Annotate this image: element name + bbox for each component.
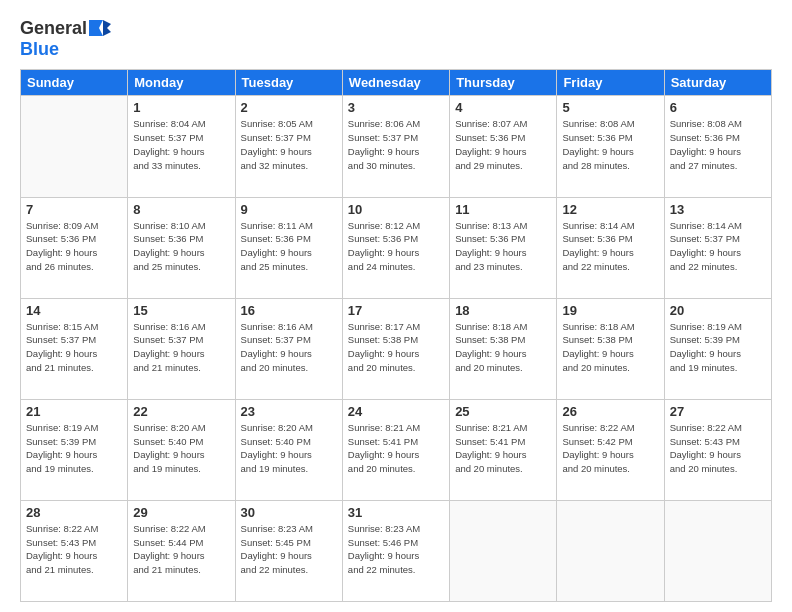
day-info: Sunrise: 8:22 AMSunset: 5:43 PMDaylight:…	[670, 421, 766, 476]
calendar-cell	[664, 500, 771, 601]
day-number: 25	[455, 404, 551, 419]
logo-blue: Blue	[20, 39, 111, 60]
calendar-week-3: 14Sunrise: 8:15 AMSunset: 5:37 PMDayligh…	[21, 298, 772, 399]
day-info: Sunrise: 8:21 AMSunset: 5:41 PMDaylight:…	[348, 421, 444, 476]
calendar-cell: 11Sunrise: 8:13 AMSunset: 5:36 PMDayligh…	[450, 197, 557, 298]
calendar-page: General Blue SundayMondayTuesdayWednesda…	[0, 0, 792, 612]
calendar-cell: 24Sunrise: 8:21 AMSunset: 5:41 PMDayligh…	[342, 399, 449, 500]
day-info: Sunrise: 8:13 AMSunset: 5:36 PMDaylight:…	[455, 219, 551, 274]
weekday-header-tuesday: Tuesday	[235, 70, 342, 96]
header: General Blue	[20, 18, 772, 59]
day-info: Sunrise: 8:14 AMSunset: 5:37 PMDaylight:…	[670, 219, 766, 274]
day-info: Sunrise: 8:19 AMSunset: 5:39 PMDaylight:…	[670, 320, 766, 375]
day-info: Sunrise: 8:22 AMSunset: 5:44 PMDaylight:…	[133, 522, 229, 577]
day-info: Sunrise: 8:22 AMSunset: 5:43 PMDaylight:…	[26, 522, 122, 577]
calendar-cell: 21Sunrise: 8:19 AMSunset: 5:39 PMDayligh…	[21, 399, 128, 500]
weekday-header-sunday: Sunday	[21, 70, 128, 96]
calendar-cell	[557, 500, 664, 601]
calendar-cell: 14Sunrise: 8:15 AMSunset: 5:37 PMDayligh…	[21, 298, 128, 399]
day-info: Sunrise: 8:08 AMSunset: 5:36 PMDaylight:…	[670, 117, 766, 172]
calendar-cell: 31Sunrise: 8:23 AMSunset: 5:46 PMDayligh…	[342, 500, 449, 601]
day-info: Sunrise: 8:07 AMSunset: 5:36 PMDaylight:…	[455, 117, 551, 172]
calendar-cell: 22Sunrise: 8:20 AMSunset: 5:40 PMDayligh…	[128, 399, 235, 500]
weekday-header-friday: Friday	[557, 70, 664, 96]
calendar-cell: 28Sunrise: 8:22 AMSunset: 5:43 PMDayligh…	[21, 500, 128, 601]
calendar-cell: 8Sunrise: 8:10 AMSunset: 5:36 PMDaylight…	[128, 197, 235, 298]
calendar-cell: 6Sunrise: 8:08 AMSunset: 5:36 PMDaylight…	[664, 96, 771, 197]
day-number: 29	[133, 505, 229, 520]
day-info: Sunrise: 8:04 AMSunset: 5:37 PMDaylight:…	[133, 117, 229, 172]
weekday-header-thursday: Thursday	[450, 70, 557, 96]
calendar-cell: 2Sunrise: 8:05 AMSunset: 5:37 PMDaylight…	[235, 96, 342, 197]
calendar-cell: 15Sunrise: 8:16 AMSunset: 5:37 PMDayligh…	[128, 298, 235, 399]
day-number: 23	[241, 404, 337, 419]
logo-general: General	[20, 18, 87, 39]
calendar-table: SundayMondayTuesdayWednesdayThursdayFrid…	[20, 69, 772, 602]
calendar-cell: 16Sunrise: 8:16 AMSunset: 5:37 PMDayligh…	[235, 298, 342, 399]
day-number: 8	[133, 202, 229, 217]
calendar-week-2: 7Sunrise: 8:09 AMSunset: 5:36 PMDaylight…	[21, 197, 772, 298]
day-number: 7	[26, 202, 122, 217]
day-info: Sunrise: 8:05 AMSunset: 5:37 PMDaylight:…	[241, 117, 337, 172]
day-info: Sunrise: 8:19 AMSunset: 5:39 PMDaylight:…	[26, 421, 122, 476]
day-number: 17	[348, 303, 444, 318]
day-number: 2	[241, 100, 337, 115]
day-info: Sunrise: 8:12 AMSunset: 5:36 PMDaylight:…	[348, 219, 444, 274]
calendar-cell: 26Sunrise: 8:22 AMSunset: 5:42 PMDayligh…	[557, 399, 664, 500]
calendar-cell: 9Sunrise: 8:11 AMSunset: 5:36 PMDaylight…	[235, 197, 342, 298]
day-number: 11	[455, 202, 551, 217]
day-number: 28	[26, 505, 122, 520]
calendar-cell: 5Sunrise: 8:08 AMSunset: 5:36 PMDaylight…	[557, 96, 664, 197]
day-number: 15	[133, 303, 229, 318]
calendar-cell: 25Sunrise: 8:21 AMSunset: 5:41 PMDayligh…	[450, 399, 557, 500]
day-number: 20	[670, 303, 766, 318]
day-number: 18	[455, 303, 551, 318]
day-number: 16	[241, 303, 337, 318]
day-number: 1	[133, 100, 229, 115]
calendar-week-1: 1Sunrise: 8:04 AMSunset: 5:37 PMDaylight…	[21, 96, 772, 197]
day-info: Sunrise: 8:22 AMSunset: 5:42 PMDaylight:…	[562, 421, 658, 476]
svg-marker-0	[89, 20, 103, 36]
day-number: 10	[348, 202, 444, 217]
calendar-body: 1Sunrise: 8:04 AMSunset: 5:37 PMDaylight…	[21, 96, 772, 602]
day-info: Sunrise: 8:16 AMSunset: 5:37 PMDaylight:…	[241, 320, 337, 375]
calendar-cell: 10Sunrise: 8:12 AMSunset: 5:36 PMDayligh…	[342, 197, 449, 298]
day-number: 22	[133, 404, 229, 419]
day-number: 5	[562, 100, 658, 115]
day-number: 12	[562, 202, 658, 217]
day-number: 21	[26, 404, 122, 419]
day-number: 19	[562, 303, 658, 318]
calendar-cell	[21, 96, 128, 197]
logo: General Blue	[20, 18, 111, 59]
day-number: 3	[348, 100, 444, 115]
calendar-cell: 18Sunrise: 8:18 AMSunset: 5:38 PMDayligh…	[450, 298, 557, 399]
day-info: Sunrise: 8:09 AMSunset: 5:36 PMDaylight:…	[26, 219, 122, 274]
calendar-cell: 27Sunrise: 8:22 AMSunset: 5:43 PMDayligh…	[664, 399, 771, 500]
day-number: 9	[241, 202, 337, 217]
day-number: 6	[670, 100, 766, 115]
calendar-cell: 4Sunrise: 8:07 AMSunset: 5:36 PMDaylight…	[450, 96, 557, 197]
weekday-header-saturday: Saturday	[664, 70, 771, 96]
logo-flag-icon	[89, 20, 111, 36]
day-info: Sunrise: 8:20 AMSunset: 5:40 PMDaylight:…	[133, 421, 229, 476]
day-info: Sunrise: 8:14 AMSunset: 5:36 PMDaylight:…	[562, 219, 658, 274]
calendar-week-5: 28Sunrise: 8:22 AMSunset: 5:43 PMDayligh…	[21, 500, 772, 601]
day-number: 26	[562, 404, 658, 419]
calendar-cell: 3Sunrise: 8:06 AMSunset: 5:37 PMDaylight…	[342, 96, 449, 197]
calendar-cell: 19Sunrise: 8:18 AMSunset: 5:38 PMDayligh…	[557, 298, 664, 399]
day-info: Sunrise: 8:10 AMSunset: 5:36 PMDaylight:…	[133, 219, 229, 274]
weekday-header: SundayMondayTuesdayWednesdayThursdayFrid…	[21, 70, 772, 96]
calendar-week-4: 21Sunrise: 8:19 AMSunset: 5:39 PMDayligh…	[21, 399, 772, 500]
calendar-cell: 12Sunrise: 8:14 AMSunset: 5:36 PMDayligh…	[557, 197, 664, 298]
day-number: 13	[670, 202, 766, 217]
calendar-cell: 1Sunrise: 8:04 AMSunset: 5:37 PMDaylight…	[128, 96, 235, 197]
day-number: 4	[455, 100, 551, 115]
day-info: Sunrise: 8:18 AMSunset: 5:38 PMDaylight:…	[562, 320, 658, 375]
calendar-cell: 13Sunrise: 8:14 AMSunset: 5:37 PMDayligh…	[664, 197, 771, 298]
calendar-cell: 20Sunrise: 8:19 AMSunset: 5:39 PMDayligh…	[664, 298, 771, 399]
day-number: 27	[670, 404, 766, 419]
day-info: Sunrise: 8:17 AMSunset: 5:38 PMDaylight:…	[348, 320, 444, 375]
day-number: 31	[348, 505, 444, 520]
day-info: Sunrise: 8:23 AMSunset: 5:46 PMDaylight:…	[348, 522, 444, 577]
day-number: 24	[348, 404, 444, 419]
